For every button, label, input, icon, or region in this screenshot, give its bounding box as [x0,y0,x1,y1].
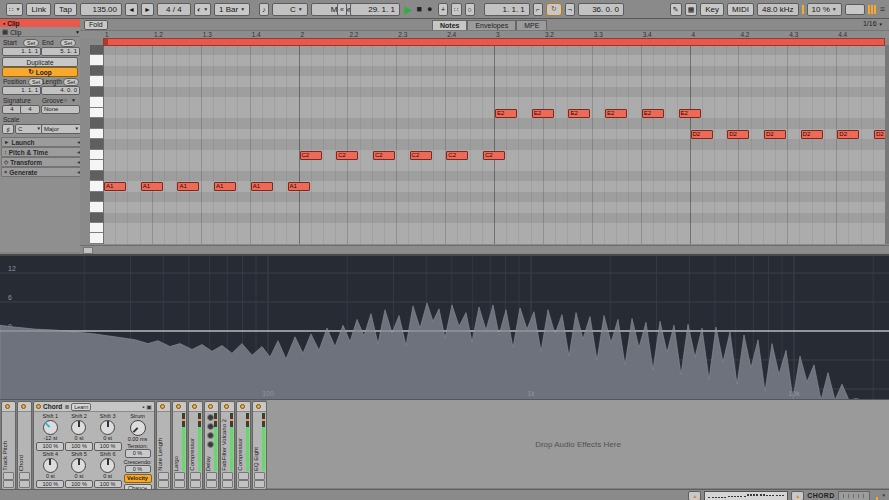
link-button[interactable]: Link [26,3,51,16]
piano-key-G2[interactable] [90,76,103,86]
loop-length-field[interactable]: 36. 0. 0 [578,3,624,16]
arrangement-position-field[interactable]: 29. 1. 1 [350,3,400,16]
device-compressor[interactable]: Compressor [188,401,203,490]
grid-setting-menu[interactable]: 1/16 ▼ [863,20,883,27]
groove-menu-icon[interactable]: ▼ [71,97,76,103]
midi-note-C2[interactable]: C2 [483,151,505,161]
piano-key-E1[interactable] [90,233,103,243]
midi-note-D2[interactable]: D2 [727,130,749,140]
piano-key-A#1[interactable] [90,171,103,181]
piano-key-A#2[interactable] [90,45,103,55]
device-fabfilter-volcano-2[interactable]: FabFilter Volcano 2 [220,401,235,490]
shift-knob[interactable] [43,420,58,435]
shift-velocity-field[interactable]: 100 % [36,442,64,451]
key-root-selector[interactable]: C▼ [272,3,308,16]
midi-note-D2[interactable]: D2 [691,130,713,140]
vertical-scrollbar[interactable] [885,45,889,244]
time-signature-field[interactable]: 4 / 4 [157,3,191,16]
midi-note-D2[interactable]: D2 [801,130,823,140]
device-map-icon[interactable] [19,480,30,488]
device-extra-icon[interactable] [206,472,217,480]
shift-knob[interactable] [71,458,86,473]
midi-note-E2[interactable]: E2 [605,109,627,119]
quantize-menu[interactable]: 1 Bar▼ [214,3,250,16]
duplicate-button[interactable]: Duplicate [2,57,78,67]
midi-note-A1[interactable]: A1 [141,182,163,192]
scale-mode-button[interactable]: ♪ [259,3,269,16]
shift-velocity-field[interactable]: 100 % [65,442,93,451]
piano-key-F1[interactable] [90,223,103,233]
device-chord[interactable]: Chord [17,401,32,490]
nudge-up-button[interactable]: ► [141,3,154,16]
groove-hotswap-icon[interactable]: ○ [64,97,67,103]
loop-position-field[interactable]: 1. 1. 1 [2,86,41,95]
piano-key-G#2[interactable] [90,66,103,76]
piano-key-C2[interactable] [90,150,103,160]
midi-note-E2[interactable]: E2 [642,109,664,119]
shift-velocity-field[interactable]: 100 % [65,480,93,489]
midi-note-D2[interactable]: D2 [837,130,859,140]
tempo-field[interactable]: 135.00 [80,3,122,16]
piano-key-D2[interactable] [90,129,103,139]
midi-note-A1[interactable]: A1 [251,182,273,192]
scale-root-selector[interactable]: C▼ [15,124,44,134]
midi-note-A1[interactable]: A1 [214,182,236,192]
computer-midi-keyboard-button[interactable]: ▦ [685,3,698,16]
hotswap-icon[interactable]: ≣ [64,404,69,410]
piano-key-G#1[interactable] [90,192,103,202]
device-extra-icon[interactable] [19,472,30,480]
shift-knob[interactable] [100,458,115,473]
midi-overdub-button[interactable]: + [438,3,448,16]
tension-field[interactable]: 0 % [125,449,151,458]
device-extra-icon[interactable] [174,472,185,480]
follow-button[interactable]: « [337,3,347,16]
midi-note-A1[interactable]: A1 [177,182,199,192]
piano-key-G1[interactable] [90,202,103,212]
learn-button[interactable]: Learn [71,403,91,411]
device-on-led[interactable] [192,404,197,409]
midi-note-D2[interactable]: D2 [764,130,786,140]
device-on-led[interactable] [21,404,26,409]
clip-end-field[interactable]: 5. 1. 1 [41,47,80,56]
clip-overview-toggle-right[interactable]: ▲ [791,491,804,500]
clip-start-field[interactable]: 1. 1. 1 [2,47,41,56]
shift-velocity-field[interactable]: 100 % [94,480,122,489]
midi-note-C2[interactable]: C2 [336,151,358,161]
tab-envelopes[interactable]: Envelopes [467,20,516,30]
piano-key-A1[interactable] [90,181,103,191]
end-set-button[interactable]: Set [60,39,76,47]
midi-map-button[interactable]: MIDI [727,3,754,16]
device-map-icon[interactable] [174,480,185,488]
velocity-button[interactable]: Velocity [124,474,152,483]
cpu-load-display[interactable]: 10 %▼ [807,3,842,16]
piano-key-D#2[interactable] [90,118,103,128]
device-on-led[interactable] [224,404,229,409]
loop-start-marker[interactable] [104,39,108,45]
section-launch[interactable]: ►Launch◄ [1,137,84,147]
device-extra-icon[interactable] [254,472,265,480]
shift-velocity-field[interactable]: 100 % [36,480,64,489]
device-compressor[interactable]: Compressor [236,401,251,490]
tab-notes[interactable]: Notes [432,20,467,30]
piano-key-A2[interactable] [90,55,103,65]
device-on-led[interactable] [36,404,41,409]
midi-note-C2[interactable]: C2 [410,151,432,161]
device-map-icon[interactable] [206,480,217,488]
crescendo-field[interactable]: 0 % [125,465,151,474]
device-on-led[interactable] [256,404,261,409]
view-options-selector[interactable]: ∷▼ [6,3,23,16]
device-extra-icon[interactable] [158,472,169,480]
reenable-automation-button[interactable]: ○ [465,3,475,16]
capture-midi-button[interactable]: ∷ [451,3,461,16]
clip-title-bar[interactable]: ▪Clip [0,19,83,27]
menu-icon[interactable]: ≡ [880,4,885,14]
midi-note-C2[interactable]: C2 [373,151,395,161]
device-map-icon[interactable] [222,480,233,488]
stop-button[interactable]: ■ [416,4,423,14]
midi-note-A1[interactable]: A1 [288,182,310,192]
midi-note-E2[interactable]: E2 [495,109,517,119]
section-transform[interactable]: ◇Transform◄ [1,157,84,167]
device-chord-expanded[interactable]: Chord ≣ Learn ▪ ▣ Shift 1 -12 st 100 % S… [33,401,155,490]
loop-toggle-button[interactable]: ↻Loop [2,67,78,77]
spectrum-analyzer[interactable]: 1260-6-12 1001k10k [0,254,889,400]
